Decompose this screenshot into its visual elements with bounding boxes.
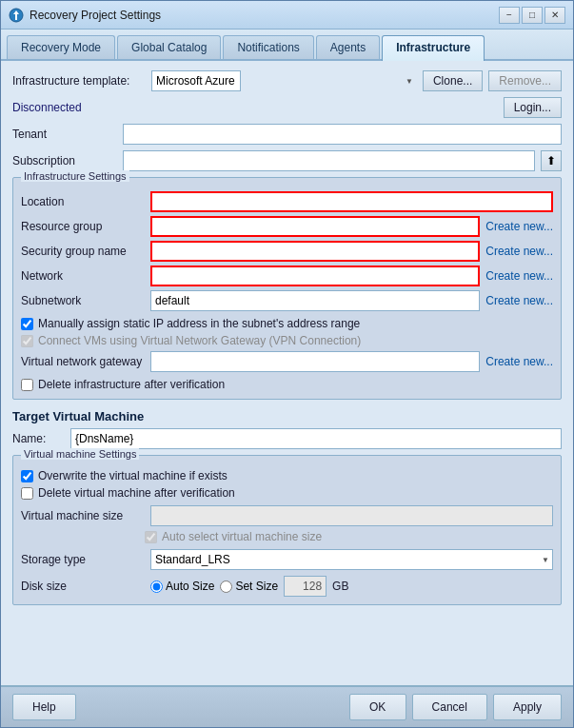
location-label: Location <box>21 195 145 208</box>
delete-vm-checkbox[interactable] <box>21 487 33 500</box>
window-controls: − □ ✕ <box>499 7 565 24</box>
app-icon <box>9 8 24 23</box>
vm-size-label: Virtual machine size <box>21 509 145 522</box>
ok-button[interactable]: OK <box>349 694 406 720</box>
auto-select-row: Auto select virtual machine size <box>21 530 553 543</box>
disk-size-label: Disk size <box>21 580 145 593</box>
infra-settings-group: Infrastructure Settings Location Resourc… <box>12 177 562 400</box>
disk-set-radio[interactable] <box>220 580 232 593</box>
vm-name-row: Name: <box>12 428 562 449</box>
security-group-row: Security group name Create new... <box>21 241 553 262</box>
subnetwork-create-link[interactable]: Create new... <box>485 294 553 307</box>
remove-button[interactable]: Remove... <box>488 70 562 91</box>
connection-status: Disconnected <box>12 101 82 114</box>
delete-infra-checkbox[interactable] <box>21 379 33 391</box>
auto-select-label: Auto select virtual machine size <box>162 530 322 543</box>
disk-unit-label: GB <box>332 580 348 593</box>
main-window: Recovery Project Settings − □ ✕ Recovery… <box>0 0 574 728</box>
vm-name-label: Name: <box>12 432 65 445</box>
template-row: Infrastructure template: Microsoft Azure… <box>12 70 562 91</box>
security-group-create-link[interactable]: Create new... <box>485 245 553 258</box>
vm-name-input[interactable] <box>70 428 562 449</box>
vm-size-input[interactable] <box>150 505 553 526</box>
status-row: Disconnected Login... <box>12 97 562 118</box>
network-input[interactable] <box>150 266 480 286</box>
resource-group-create-link[interactable]: Create new... <box>485 220 553 233</box>
network-create-link[interactable]: Create new... <box>485 269 553 283</box>
disk-set-label: Set Size <box>235 580 278 593</box>
manual-ip-row: Manually assign static IP address in the… <box>21 317 553 330</box>
cancel-button[interactable]: Cancel <box>412 694 487 720</box>
subscription-input[interactable] <box>123 150 535 171</box>
apply-button[interactable]: Apply <box>493 694 562 720</box>
vnet-gateway-input[interactable] <box>150 351 480 372</box>
template-label: Infrastructure template: <box>12 74 146 88</box>
tab-global-catalog[interactable]: Global Catalog <box>117 35 221 59</box>
resource-group-input[interactable] <box>150 216 480 237</box>
vpn-label: Connect VMs using Virtual Network Gatewa… <box>38 334 361 347</box>
tab-notifications[interactable]: Notifications <box>223 35 313 59</box>
clone-button[interactable]: Clone... <box>423 70 483 91</box>
minimize-button[interactable]: − <box>499 7 520 24</box>
overwrite-vm-label: Overwrite the virtual machine if exists <box>38 469 228 482</box>
resource-group-label: Resource group <box>21 220 145 233</box>
vm-size-row: Virtual machine size <box>21 505 553 526</box>
subnetwork-input[interactable] <box>150 290 480 311</box>
vnet-create-link[interactable]: Create new... <box>485 355 553 368</box>
subnetwork-row: Subnetwork Create new... <box>21 290 553 311</box>
disk-auto-label: Auto Size <box>166 580 214 593</box>
location-row: Location <box>21 191 553 212</box>
template-select[interactable]: Microsoft Azure <box>151 70 241 91</box>
vpn-checkbox[interactable] <box>21 335 33 347</box>
disk-auto-option[interactable]: Auto Size <box>150 580 214 593</box>
title-bar: Recovery Project Settings − □ ✕ <box>1 1 573 30</box>
tabs-bar: Recovery Mode Global Catalog Notificatio… <box>1 30 573 61</box>
login-button[interactable]: Login... <box>504 97 562 118</box>
maximize-button[interactable]: □ <box>522 7 543 24</box>
network-row: Network Create new... <box>21 266 553 286</box>
vnet-gateway-label: Virtual network gateway <box>21 355 145 368</box>
disk-set-option[interactable]: Set Size <box>220 580 278 593</box>
manual-ip-label: Manually assign static IP address in the… <box>38 317 360 330</box>
close-button[interactable]: ✕ <box>544 7 565 24</box>
subnetwork-label: Subnetwork <box>21 294 145 307</box>
bottom-bar: Help OK Cancel Apply <box>1 685 573 727</box>
storage-select-wrapper: Standard_LRS Premium_LRS <box>150 549 553 570</box>
subscription-picker-button[interactable]: ⬆ <box>541 150 562 171</box>
disk-auto-radio[interactable] <box>150 580 163 593</box>
tab-recovery-mode[interactable]: Recovery Mode <box>7 35 115 59</box>
content-area: Infrastructure template: Microsoft Azure… <box>1 61 573 685</box>
tenant-input[interactable] <box>123 124 562 145</box>
help-button[interactable]: Help <box>12 694 76 720</box>
disk-size-row: Disk size Auto Size Set Size GB <box>21 576 553 597</box>
tab-infrastructure[interactable]: Infrastructure <box>382 35 485 61</box>
infra-settings-label: Infrastructure Settings <box>21 170 129 182</box>
manual-ip-checkbox[interactable] <box>21 318 33 330</box>
storage-type-select[interactable]: Standard_LRS Premium_LRS <box>150 549 553 570</box>
security-group-label: Security group name <box>21 245 145 258</box>
vm-settings-group: Virtual machine Settings Overwrite the v… <box>12 455 562 605</box>
subscription-label: Subscription <box>12 154 117 167</box>
tenant-label: Tenant <box>12 128 117 141</box>
resource-group-row: Resource group Create new... <box>21 216 553 237</box>
subscription-row: Subscription ⬆ <box>12 150 562 171</box>
template-select-wrapper: Microsoft Azure <box>151 70 417 91</box>
delete-infra-row: Delete infrastructure after verification <box>21 378 553 391</box>
window-title: Recovery Project Settings <box>30 9 499 22</box>
storage-type-label: Storage type <box>21 553 145 566</box>
location-input[interactable] <box>150 191 553 212</box>
target-vm-section: Target Virtual Machine Name: <box>12 405 562 449</box>
disk-size-input[interactable] <box>284 576 327 597</box>
delete-vm-row: Delete virtual machine after verificatio… <box>21 486 553 500</box>
delete-infra-label: Delete infrastructure after verification <box>38 378 225 391</box>
vnet-gateway-row: Virtual network gateway Create new... <box>21 351 553 372</box>
storage-type-row: Storage type Standard_LRS Premium_LRS <box>21 549 553 570</box>
delete-vm-label: Delete virtual machine after verificatio… <box>38 486 235 500</box>
security-group-input[interactable] <box>150 241 480 262</box>
tab-agents[interactable]: Agents <box>316 35 380 59</box>
bottom-right-buttons: OK Cancel Apply <box>349 694 562 720</box>
vm-settings-label: Virtual machine Settings <box>21 448 139 460</box>
auto-select-checkbox[interactable] <box>145 531 157 543</box>
network-label: Network <box>21 269 145 283</box>
overwrite-vm-checkbox[interactable] <box>21 470 33 482</box>
